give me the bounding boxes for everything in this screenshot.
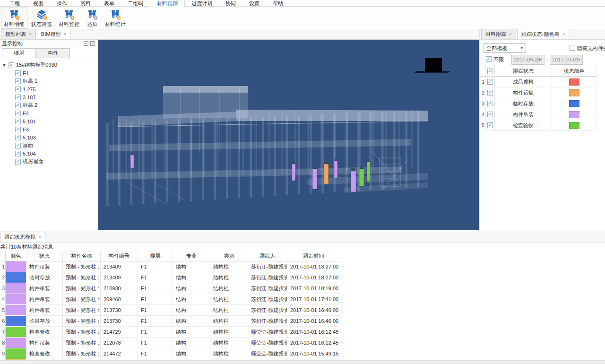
date-from-picker[interactable]: 2017-09-24 ▼ bbox=[511, 55, 544, 65]
status-checkbox[interactable] bbox=[487, 122, 493, 128]
tracking-row-9[interactable]: 9检查验收预制 - 矩形柱 :...214472F1结构结构柱师莹莹-陕建投资2… bbox=[0, 348, 605, 359]
close-icon[interactable]: × bbox=[90, 41, 95, 46]
tree-checkbox[interactable] bbox=[15, 95, 21, 100]
cell-time: 2017-10-01 18:19:00 bbox=[287, 283, 340, 294]
cell-category: 结构柱 bbox=[210, 294, 248, 305]
close-icon[interactable]: × bbox=[29, 29, 32, 39]
tracking-row-2[interactable]: 2临时存放预制 - 矩形柱 :...213409F1结构结构柱苏衍江-陕建投资2… bbox=[0, 272, 605, 283]
tree-checkbox[interactable] bbox=[15, 70, 21, 76]
menu-item-6[interactable]: 二维码 bbox=[121, 0, 150, 7]
menu-bar: 工程视图操作资料表单二维码材料跟踪进度计划协同设置帮助 bbox=[0, 0, 605, 7]
expander-icon[interactable]: ▼ bbox=[2, 63, 7, 68]
tracking-row-8[interactable]: 8构件吊装预制 - 矩形柱 :...212078F1结构结构柱师莹莹-陕建投资2… bbox=[0, 338, 605, 348]
tree-checkbox[interactable] bbox=[15, 151, 21, 156]
tab-floors[interactable]: 楼层 bbox=[2, 48, 36, 58]
tree-item-9[interactable]: 5.103 bbox=[2, 133, 97, 141]
close-icon[interactable]: × bbox=[63, 29, 66, 39]
cell-floor: F1 bbox=[138, 261, 173, 272]
tracking-row-3[interactable]: 3构件吊装预制 - 矩形柱 :...210930F1结构结构柱苏衍江-陕建投资2… bbox=[0, 283, 605, 294]
tree-item-10[interactable]: 屋面 bbox=[2, 141, 97, 149]
tab-bim-model-label: BIM模型 bbox=[41, 29, 61, 39]
cell-name: 预制 - 矩形柱 :... bbox=[63, 272, 101, 283]
menu-item-4[interactable]: 资料 bbox=[74, 0, 97, 7]
tree-item-1[interactable]: F1 bbox=[2, 69, 97, 77]
tree-checkbox[interactable] bbox=[15, 159, 21, 165]
tree-checkbox[interactable] bbox=[15, 135, 21, 140]
status-checkbox[interactable] bbox=[487, 90, 493, 95]
menu-item-9[interactable]: 协同 bbox=[219, 0, 242, 7]
status-row-1[interactable]: 1 成品质检 bbox=[480, 77, 597, 87]
tree-item-4[interactable]: 3.187 bbox=[2, 93, 97, 101]
menu-item-8[interactable]: 进度计划 bbox=[185, 0, 219, 7]
tracking-row-6[interactable]: 6临时存放预制 - 矩形柱 :...213730F1结构结构柱苏衍江-陕建投资2… bbox=[0, 316, 605, 327]
status-row-2[interactable]: 2 构件运输 bbox=[480, 87, 597, 98]
close-icon[interactable]: × bbox=[562, 29, 565, 39]
tree-root[interactable]: ▼ 15#结构模型0930 bbox=[2, 61, 97, 69]
tree-item-12[interactable]: 机房屋面 bbox=[2, 157, 97, 165]
tree-item-3[interactable]: 1.275 bbox=[2, 85, 97, 93]
tree-item-2[interactable]: 标高 1 bbox=[2, 77, 97, 85]
tree-item-6[interactable]: F2 bbox=[2, 109, 97, 117]
tab-components[interactable]: 构件 bbox=[36, 48, 70, 58]
tree-label: 机房屋面 bbox=[23, 158, 43, 165]
cell-status: 构件吊装 bbox=[26, 294, 63, 305]
hide-empty-checkbox[interactable] bbox=[570, 45, 575, 51]
menu-item-5[interactable]: 表单 bbox=[97, 0, 121, 7]
status-row-4[interactable]: 4 构件吊装 bbox=[480, 109, 597, 120]
tab-bim-model[interactable]: BIM模型 × bbox=[37, 29, 70, 39]
date-separator: - bbox=[546, 56, 548, 62]
float-icon[interactable]: ⌐ bbox=[84, 41, 88, 46]
tree-item-8[interactable]: F3 bbox=[2, 125, 97, 133]
tree-item-5[interactable]: 标高 2 bbox=[2, 101, 97, 109]
tree-checkbox[interactable] bbox=[15, 119, 21, 124]
tree-checkbox[interactable] bbox=[9, 62, 14, 68]
status-row-5[interactable]: 5 检查验收 bbox=[480, 120, 597, 131]
tracking-row-7[interactable]: 7检查验收预制 - 矩形柱 :...214729F1结构结构柱师莹莹-陕建投资2… bbox=[0, 327, 605, 338]
status-checkbox[interactable] bbox=[487, 112, 493, 117]
viewport-3d[interactable] bbox=[98, 40, 479, 230]
tree-checkbox[interactable] bbox=[15, 78, 21, 84]
cell-tracker: 苏衍江-陕建投资 bbox=[248, 261, 287, 272]
cell-major: 结构 bbox=[173, 283, 210, 294]
tracking-row-5[interactable]: 5构件吊装预制 - 矩形柱 :...213730F1结构结构柱苏衍江-陕建投资2… bbox=[0, 305, 605, 316]
toolbar-button-binoculars-plus[interactable]: 材料统计 bbox=[102, 8, 129, 29]
close-icon[interactable]: × bbox=[509, 29, 512, 39]
tree-item-7[interactable]: 5.101 bbox=[2, 117, 97, 125]
cell-floor: F1 bbox=[138, 272, 173, 283]
tracking-row-4[interactable]: 4构件吊装预制 - 矩形柱 :...209460F1结构结构柱苏衍江-陕建投资2… bbox=[0, 294, 605, 305]
menu-item-1[interactable]: 工程 bbox=[3, 0, 26, 7]
menu-item-10[interactable]: 设置 bbox=[242, 0, 266, 7]
col-8: 跟踪时间 bbox=[287, 251, 340, 261]
cell-code: 214472 bbox=[101, 348, 138, 359]
col-status: 跟踪状态 bbox=[495, 66, 552, 77]
template-select[interactable]: 全部模板 ▼ bbox=[484, 43, 526, 53]
select-all-checkbox[interactable] bbox=[487, 69, 493, 74]
col-6: 类别 bbox=[210, 251, 248, 261]
menu-item-7[interactable]: 材料跟踪 bbox=[150, 0, 185, 7]
toolbar-button-binoculars-restore[interactable]: 还原 bbox=[83, 8, 101, 29]
menu-item-11[interactable]: 帮助 bbox=[266, 0, 290, 7]
toolbar-button-layers-search[interactable]: 状态筛选 bbox=[28, 8, 55, 29]
tree-checkbox[interactable] bbox=[15, 127, 21, 132]
tab-tracking-simulation[interactable]: 跟踪状态模拟 × bbox=[0, 232, 45, 242]
tab-model-list[interactable]: 模型列表 × bbox=[1, 29, 36, 39]
tree-checkbox[interactable] bbox=[15, 87, 21, 92]
menu-item-2[interactable]: 视图 bbox=[26, 0, 50, 7]
tree-checkbox[interactable] bbox=[15, 143, 21, 148]
tab-material-tracking[interactable]: 材料跟踪 × bbox=[481, 29, 516, 39]
horizontal-scrollbar[interactable] bbox=[0, 360, 605, 364]
tree-checkbox[interactable] bbox=[15, 111, 21, 116]
toolbar-button-binoculars-gear[interactable]: 材料监控 bbox=[56, 8, 82, 29]
tracking-row-1[interactable]: 1构件吊装预制 - 矩形柱 :...213409F1结构结构柱苏衍江-陕建投资2… bbox=[0, 261, 605, 272]
tree-checkbox[interactable] bbox=[15, 103, 21, 108]
menu-item-3[interactable]: 操作 bbox=[50, 0, 74, 7]
date-to-picker[interactable]: 2017-10-01 ▼ bbox=[550, 55, 583, 65]
status-checkbox[interactable] bbox=[487, 101, 493, 106]
tab-status-color-table[interactable]: 跟踪状态-颜色表 × bbox=[517, 29, 570, 39]
status-checkbox[interactable] bbox=[487, 79, 493, 85]
tree-item-11[interactable]: 5.104 bbox=[2, 149, 97, 157]
unlimited-checkbox[interactable] bbox=[486, 56, 492, 62]
toolbar-button-binoculars-pin[interactable]: 材料明细 bbox=[1, 8, 27, 29]
status-row-3[interactable]: 3 临时存放 bbox=[480, 98, 597, 109]
close-icon[interactable]: × bbox=[38, 232, 41, 242]
